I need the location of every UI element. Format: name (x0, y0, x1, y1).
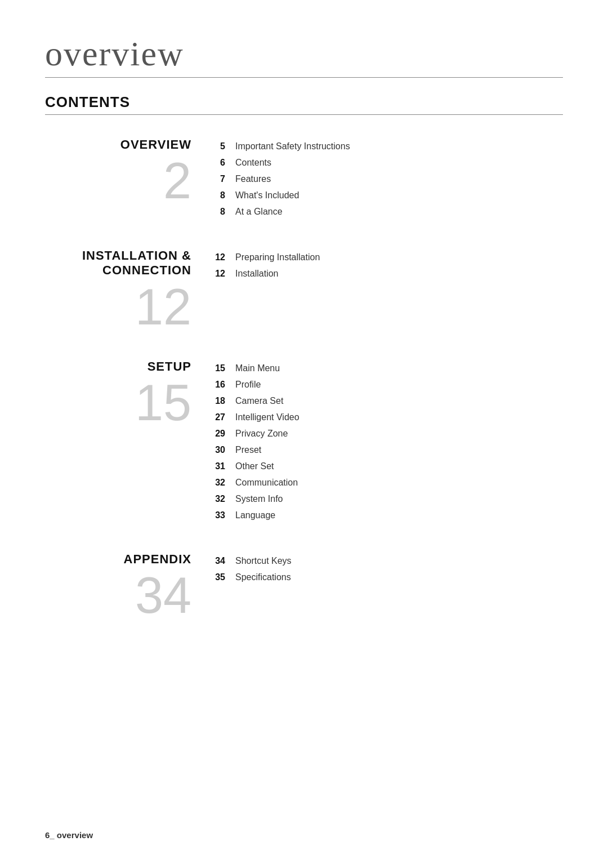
section-label-installation: INSTALLATION &CONNECTION (82, 248, 191, 278)
entry-page-number: 33 (214, 509, 235, 522)
section-right-setup: 15Main Menu16Profile18Camera Set27Intell… (214, 359, 563, 525)
entry-page-number: 8 (214, 189, 235, 202)
section-right-overview: 5Important Safety Instructions6Contents7… (214, 137, 563, 221)
entry-row: 15Main Menu (214, 362, 563, 375)
section-right-installation: 12Preparing Installation12Installation (214, 248, 563, 283)
entry-row: 8At a Glance (214, 205, 563, 219)
entry-page-number: 35 (214, 571, 235, 584)
section-number-appendix: 34 (135, 570, 191, 621)
entry-page-number: 32 (214, 492, 235, 506)
contents-divider (45, 114, 563, 115)
entry-page-number: 6 (214, 156, 235, 170)
entry-row: 31Other Set (214, 460, 563, 473)
entry-title-text: Main Menu (235, 362, 280, 375)
entry-title-text: Language (235, 509, 275, 522)
entry-page-number: 7 (214, 172, 235, 186)
section-label-appendix: APPENDIX (124, 552, 191, 567)
entry-title-text: Shortcut Keys (235, 554, 292, 568)
entry-row: 34Shortcut Keys (214, 554, 563, 568)
entry-title-text: Other Set (235, 460, 274, 473)
section-setup: SETUP1515Main Menu16Profile18Camera Set2… (45, 359, 563, 525)
entry-page-number: 34 (214, 554, 235, 568)
contents-heading: CONTENTS (45, 94, 563, 111)
overview-title: overview (45, 34, 563, 74)
entry-page-number: 12 (214, 251, 235, 264)
entry-row: 32System Info (214, 492, 563, 506)
entry-title-text: Privacy Zone (235, 427, 288, 440)
section-number-installation: 12 (135, 282, 191, 332)
section-left-appendix: APPENDIX34 (45, 552, 214, 621)
entry-page-number: 31 (214, 460, 235, 473)
entry-row: 27Intelligent Video (214, 411, 563, 424)
entry-page-number: 30 (214, 443, 235, 457)
section-right-appendix: 34Shortcut Keys35Specifications (214, 552, 563, 587)
entry-row: 12Preparing Installation (214, 251, 563, 264)
entry-title-text: Profile (235, 378, 261, 391)
section-label-overview: OVERVIEW (120, 137, 191, 152)
entry-row: 7Features (214, 172, 563, 186)
footer-text: 6_ overview (45, 830, 93, 840)
entry-title-text: Specifications (235, 571, 291, 584)
entry-row: 6Contents (214, 156, 563, 170)
entry-page-number: 16 (214, 378, 235, 391)
section-left-setup: SETUP15 (45, 359, 214, 428)
section-appendix: APPENDIX3434Shortcut Keys35Specification… (45, 552, 563, 621)
entry-title-text: System Info (235, 492, 283, 506)
entry-title-text: At a Glance (235, 205, 283, 219)
entry-title-text: Contents (235, 156, 271, 170)
entry-title-text: Camera Set (235, 394, 283, 408)
entry-page-number: 12 (214, 267, 235, 281)
entry-row: 33Language (214, 509, 563, 522)
section-overview: OVERVIEW25Important Safety Instructions6… (45, 137, 563, 221)
entry-row: 16Profile (214, 378, 563, 391)
entry-page-number: 5 (214, 140, 235, 153)
entry-title-text: Important Safety Instructions (235, 140, 350, 153)
entry-row: 18Camera Set (214, 394, 563, 408)
entry-title-text: Features (235, 172, 271, 186)
entry-title-text: What's Included (235, 189, 299, 202)
section-left-overview: OVERVIEW2 (45, 137, 214, 206)
entry-page-number: 15 (214, 362, 235, 375)
entry-row: 32Communication (214, 476, 563, 489)
entry-row: 12Installation (214, 267, 563, 281)
entry-row: 30Preset (214, 443, 563, 457)
entry-row: 29Privacy Zone (214, 427, 563, 440)
page-container: overview CONTENTS OVERVIEW25Important Sa… (0, 0, 608, 868)
entry-page-number: 32 (214, 476, 235, 489)
entry-page-number: 18 (214, 394, 235, 408)
entry-title-text: Preparing Installation (235, 251, 320, 264)
section-installation: INSTALLATION &CONNECTION1212Preparing In… (45, 248, 563, 332)
section-number-overview: 2 (163, 155, 191, 206)
entry-title-text: Intelligent Video (235, 411, 299, 424)
entry-page-number: 8 (214, 205, 235, 219)
section-number-setup: 15 (135, 377, 191, 428)
entry-row: 5Important Safety Instructions (214, 140, 563, 153)
section-left-installation: INSTALLATION &CONNECTION12 (45, 248, 214, 332)
entry-title-text: Preset (235, 443, 261, 457)
title-divider (45, 77, 563, 78)
entry-page-number: 29 (214, 427, 235, 440)
entry-title-text: Installation (235, 267, 279, 281)
section-label-setup: SETUP (147, 359, 191, 374)
entry-row: 35Specifications (214, 571, 563, 584)
sections-container: OVERVIEW25Important Safety Instructions6… (45, 137, 563, 621)
entry-row: 8What's Included (214, 189, 563, 202)
entry-page-number: 27 (214, 411, 235, 424)
entry-title-text: Communication (235, 476, 298, 489)
